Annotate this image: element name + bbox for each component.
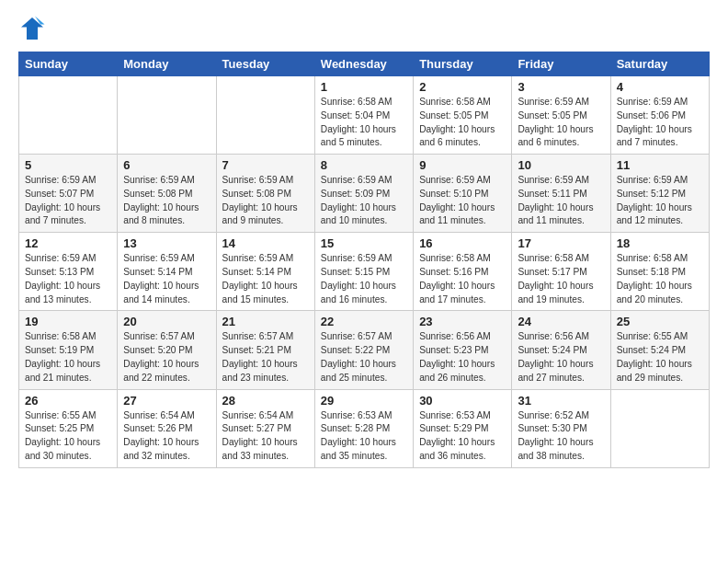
- day-cell: 10Sunrise: 6:59 AM Sunset: 5:11 PM Dayli…: [512, 155, 610, 233]
- day-info: Sunrise: 6:59 AM Sunset: 5:14 PM Dayligh…: [222, 252, 309, 306]
- day-info: Sunrise: 6:59 AM Sunset: 5:07 PM Dayligh…: [25, 174, 111, 228]
- day-cell: [216, 76, 314, 155]
- day-cell: 21Sunrise: 6:57 AM Sunset: 5:21 PM Dayli…: [216, 311, 314, 389]
- day-info: Sunrise: 6:57 AM Sunset: 5:22 PM Dayligh…: [321, 330, 407, 385]
- day-info: Sunrise: 6:55 AM Sunset: 5:25 PM Dayligh…: [25, 409, 111, 464]
- day-number: 8: [321, 158, 407, 172]
- day-cell: 2Sunrise: 6:58 AM Sunset: 5:05 PM Daylig…: [414, 76, 512, 155]
- day-number: 1: [321, 80, 407, 94]
- day-number: 6: [123, 158, 210, 172]
- day-number: 11: [617, 158, 703, 172]
- day-info: Sunrise: 6:59 AM Sunset: 5:08 PM Dayligh…: [123, 174, 210, 228]
- day-info: Sunrise: 6:56 AM Sunset: 5:23 PM Dayligh…: [419, 330, 506, 385]
- day-info: Sunrise: 6:58 AM Sunset: 5:19 PM Dayligh…: [25, 330, 111, 385]
- day-cell: 29Sunrise: 6:53 AM Sunset: 5:28 PM Dayli…: [314, 389, 413, 467]
- week-row-1: 1Sunrise: 6:58 AM Sunset: 5:04 PM Daylig…: [19, 76, 710, 155]
- week-row-5: 26Sunrise: 6:55 AM Sunset: 5:25 PM Dayli…: [19, 389, 710, 467]
- day-cell: 22Sunrise: 6:57 AM Sunset: 5:22 PM Dayli…: [314, 311, 413, 389]
- day-number: 19: [25, 315, 111, 328]
- day-info: Sunrise: 6:57 AM Sunset: 5:21 PM Dayligh…: [222, 330, 309, 385]
- col-header-friday: Friday: [512, 52, 610, 76]
- day-cell: 28Sunrise: 6:54 AM Sunset: 5:27 PM Dayli…: [216, 389, 314, 467]
- day-cell: [19, 76, 118, 155]
- logo-icon: [18, 15, 46, 42]
- day-info: Sunrise: 6:53 AM Sunset: 5:29 PM Dayligh…: [419, 409, 506, 464]
- col-header-monday: Monday: [118, 52, 216, 76]
- day-info: Sunrise: 6:58 AM Sunset: 5:18 PM Dayligh…: [617, 252, 703, 306]
- day-info: Sunrise: 6:59 AM Sunset: 5:11 PM Dayligh…: [518, 174, 604, 228]
- day-cell: 15Sunrise: 6:59 AM Sunset: 5:15 PM Dayli…: [314, 233, 413, 311]
- day-number: 12: [25, 236, 111, 250]
- week-row-4: 19Sunrise: 6:58 AM Sunset: 5:19 PM Dayli…: [19, 311, 710, 389]
- day-info: Sunrise: 6:59 AM Sunset: 5:15 PM Dayligh…: [321, 252, 407, 306]
- day-number: 14: [222, 236, 309, 250]
- day-cell: 23Sunrise: 6:56 AM Sunset: 5:23 PM Dayli…: [414, 311, 512, 389]
- day-info: Sunrise: 6:54 AM Sunset: 5:26 PM Dayligh…: [123, 409, 210, 464]
- day-cell: 27Sunrise: 6:54 AM Sunset: 5:26 PM Dayli…: [118, 389, 216, 467]
- day-cell: 8Sunrise: 6:59 AM Sunset: 5:09 PM Daylig…: [314, 155, 413, 233]
- week-row-3: 12Sunrise: 6:59 AM Sunset: 5:13 PM Dayli…: [19, 233, 710, 311]
- day-number: 17: [518, 236, 604, 250]
- day-cell: [610, 389, 709, 467]
- col-header-thursday: Thursday: [414, 52, 512, 76]
- day-number: 27: [123, 394, 210, 408]
- day-number: 24: [518, 315, 604, 328]
- day-info: Sunrise: 6:58 AM Sunset: 5:05 PM Dayligh…: [419, 96, 506, 150]
- day-cell: 20Sunrise: 6:57 AM Sunset: 5:20 PM Dayli…: [118, 311, 216, 389]
- col-header-saturday: Saturday: [610, 52, 709, 76]
- day-info: Sunrise: 6:55 AM Sunset: 5:24 PM Dayligh…: [617, 330, 703, 385]
- day-info: Sunrise: 6:59 AM Sunset: 5:05 PM Dayligh…: [518, 96, 604, 150]
- day-cell: 17Sunrise: 6:58 AM Sunset: 5:17 PM Dayli…: [512, 233, 610, 311]
- day-cell: 30Sunrise: 6:53 AM Sunset: 5:29 PM Dayli…: [414, 389, 512, 467]
- day-number: 2: [419, 80, 506, 94]
- day-cell: [118, 76, 216, 155]
- day-number: 31: [518, 394, 604, 408]
- day-number: 3: [518, 80, 604, 94]
- day-number: 9: [419, 158, 506, 172]
- day-cell: 11Sunrise: 6:59 AM Sunset: 5:12 PM Dayli…: [610, 155, 709, 233]
- col-header-wednesday: Wednesday: [314, 52, 413, 76]
- day-cell: 31Sunrise: 6:52 AM Sunset: 5:30 PM Dayli…: [512, 389, 610, 467]
- day-info: Sunrise: 6:59 AM Sunset: 5:10 PM Dayligh…: [419, 174, 506, 228]
- day-info: Sunrise: 6:59 AM Sunset: 5:06 PM Dayligh…: [617, 96, 703, 150]
- day-cell: 26Sunrise: 6:55 AM Sunset: 5:25 PM Dayli…: [19, 389, 118, 467]
- day-number: 21: [222, 315, 309, 328]
- day-info: Sunrise: 6:52 AM Sunset: 5:30 PM Dayligh…: [518, 409, 604, 464]
- day-number: 18: [617, 236, 703, 250]
- calendar-table: SundayMondayTuesdayWednesdayThursdayFrid…: [18, 52, 710, 468]
- day-info: Sunrise: 6:57 AM Sunset: 5:20 PM Dayligh…: [123, 330, 210, 385]
- page: SundayMondayTuesdayWednesdayThursdayFrid…: [0, 0, 728, 487]
- day-number: 22: [321, 315, 407, 328]
- day-cell: 5Sunrise: 6:59 AM Sunset: 5:07 PM Daylig…: [19, 155, 118, 233]
- day-info: Sunrise: 6:59 AM Sunset: 5:08 PM Dayligh…: [222, 174, 309, 228]
- day-number: 13: [123, 236, 210, 250]
- day-number: 10: [518, 158, 604, 172]
- day-number: 15: [321, 236, 407, 250]
- day-cell: 16Sunrise: 6:58 AM Sunset: 5:16 PM Dayli…: [414, 233, 512, 311]
- day-cell: 13Sunrise: 6:59 AM Sunset: 5:14 PM Dayli…: [118, 233, 216, 311]
- day-cell: 25Sunrise: 6:55 AM Sunset: 5:24 PM Dayli…: [610, 311, 709, 389]
- day-info: Sunrise: 6:54 AM Sunset: 5:27 PM Dayligh…: [222, 409, 309, 464]
- day-info: Sunrise: 6:58 AM Sunset: 5:17 PM Dayligh…: [518, 252, 604, 306]
- day-number: 26: [25, 394, 111, 408]
- day-number: 20: [123, 315, 210, 328]
- day-info: Sunrise: 6:59 AM Sunset: 5:12 PM Dayligh…: [617, 174, 703, 228]
- col-header-tuesday: Tuesday: [216, 52, 314, 76]
- day-number: 25: [617, 315, 703, 328]
- day-number: 16: [419, 236, 506, 250]
- day-number: 7: [222, 158, 309, 172]
- day-cell: 4Sunrise: 6:59 AM Sunset: 5:06 PM Daylig…: [610, 76, 709, 155]
- day-cell: 9Sunrise: 6:59 AM Sunset: 5:10 PM Daylig…: [414, 155, 512, 233]
- day-cell: 1Sunrise: 6:58 AM Sunset: 5:04 PM Daylig…: [314, 76, 413, 155]
- day-info: Sunrise: 6:56 AM Sunset: 5:24 PM Dayligh…: [518, 330, 604, 385]
- day-cell: 19Sunrise: 6:58 AM Sunset: 5:19 PM Dayli…: [19, 311, 118, 389]
- day-info: Sunrise: 6:58 AM Sunset: 5:04 PM Dayligh…: [321, 96, 407, 150]
- day-cell: 14Sunrise: 6:59 AM Sunset: 5:14 PM Dayli…: [216, 233, 314, 311]
- day-cell: 6Sunrise: 6:59 AM Sunset: 5:08 PM Daylig…: [118, 155, 216, 233]
- day-number: 29: [321, 394, 407, 408]
- day-info: Sunrise: 6:59 AM Sunset: 5:13 PM Dayligh…: [25, 252, 111, 306]
- day-cell: 7Sunrise: 6:59 AM Sunset: 5:08 PM Daylig…: [216, 155, 314, 233]
- day-cell: 18Sunrise: 6:58 AM Sunset: 5:18 PM Dayli…: [610, 233, 709, 311]
- day-cell: 24Sunrise: 6:56 AM Sunset: 5:24 PM Dayli…: [512, 311, 610, 389]
- day-number: 30: [419, 394, 506, 408]
